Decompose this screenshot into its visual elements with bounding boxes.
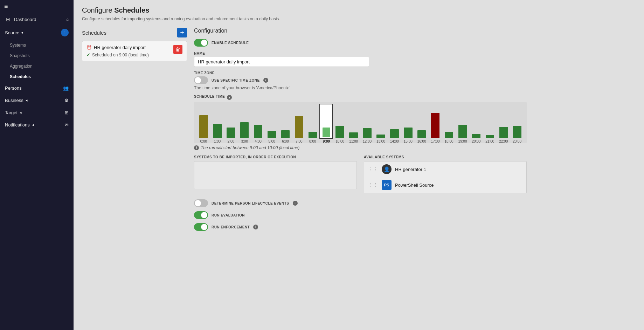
business-section-left: Business ◂ [5, 98, 28, 103]
schedule-item-subtitle: ✔ Scheduled on 9:00 (local time) [86, 52, 149, 57]
system-name-text: PowerShell Source [395, 183, 434, 188]
bar [404, 128, 412, 138]
bar-col-1600[interactable]: 16:00 [415, 104, 429, 143]
bar-wrapper [442, 104, 456, 139]
toggle-knob-enforce [201, 224, 207, 230]
bar-col-900[interactable]: 9:00 [319, 104, 333, 143]
bar-col-300[interactable]: 3:00 [238, 104, 251, 143]
bar-wrapper [306, 104, 319, 139]
enforcement-toggle[interactable] [194, 223, 208, 231]
sidebar-item-aggregation[interactable]: Aggregation [0, 61, 74, 71]
bar-col-2300[interactable]: 23:00 [510, 104, 524, 143]
config-panel: Configuration ENABLE SCHEDULE NAME TIME … [194, 28, 636, 231]
sidebar-item-schedules[interactable]: Schedules [0, 71, 74, 82]
evaluation-toggle[interactable] [194, 211, 208, 219]
sidebar-section-target[interactable]: Target ◂ ⊞ [0, 106, 74, 119]
evaluation-toggle-row: RUN EVALUATION [194, 211, 636, 219]
bar-col-400[interactable]: 4:00 [251, 104, 265, 143]
bar-col-2100[interactable]: 21:00 [483, 104, 497, 143]
schedules-label: Schedules [10, 74, 31, 79]
bar [363, 128, 371, 138]
enforcement-info-icon[interactable]: i [253, 225, 258, 229]
systems-to-import-box: SYSTEMS TO BE IMPORTED, IN ORDER OF EXEC… [194, 155, 357, 193]
bar-tick-label: 7:00 [296, 139, 302, 143]
schedule-time-info-icon[interactable]: i [227, 95, 232, 100]
name-input[interactable] [194, 57, 369, 67]
business-label: Business [5, 98, 23, 103]
sidebar-section-source[interactable]: Source ▾ ↑ [0, 25, 74, 40]
dashboard-arrow-icon: ⌂ [66, 17, 69, 21]
bar-tick-label: 23:00 [513, 139, 521, 143]
bar-col-1500[interactable]: 15:00 [401, 104, 415, 143]
bar-wrapper [238, 104, 251, 139]
schedule-time-chart: 0:001:002:003:004:005:006:007:008:009:00… [194, 102, 527, 143]
enable-schedule-label: ENABLE SCHEDULE [212, 41, 249, 45]
add-schedule-button[interactable]: + [177, 28, 187, 37]
lifecycle-toggle[interactable] [194, 199, 208, 207]
schedule-item[interactable]: ⏰ HR generator daily import ✔ Scheduled … [82, 41, 187, 61]
bar-col-000[interactable]: 0:00 [197, 104, 210, 143]
sidebar-section-persons[interactable]: Persons 👥 [0, 82, 74, 94]
bar-tick-label: 8:00 [309, 139, 316, 143]
sidebar-item-snapshots[interactable]: Snapshots [0, 50, 74, 61]
sidebar-dashboard-label: Dashboard [14, 17, 36, 22]
bar-col-200[interactable]: 2:00 [224, 104, 238, 143]
chart-info-icon: i [194, 145, 199, 150]
bar-col-1100[interactable]: 11:00 [347, 104, 360, 143]
bar-wrapper [429, 104, 442, 139]
person-icon: 👤 [382, 164, 392, 174]
available-system-item[interactable]: ⋮⋮👤HR generator 1 [364, 161, 526, 177]
lifecycle-info-icon[interactable]: i [293, 201, 298, 206]
bar [335, 126, 344, 138]
bar-col-2000[interactable]: 20:00 [469, 104, 483, 143]
bar-wrapper [360, 104, 374, 139]
bar [268, 131, 276, 138]
schedule-subtitle-text: Scheduled on 9:00 (local time) [92, 53, 149, 57]
enable-schedule-row: ENABLE SCHEDULE [194, 39, 636, 47]
bar [472, 134, 480, 138]
bar-col-2200[interactable]: 22:00 [497, 104, 510, 143]
clock-icon: ⏰ [86, 45, 92, 50]
bar-col-1900[interactable]: 19:00 [456, 104, 470, 143]
bar [458, 125, 467, 138]
bar-tick-label: 2:00 [228, 139, 234, 143]
bar-col-500[interactable]: 5:00 [265, 104, 279, 143]
systems-row: SYSTEMS TO BE IMPORTED, IN ORDER OF EXEC… [194, 155, 527, 193]
business-chevron-icon: ◂ [26, 98, 28, 103]
systems-import-list[interactable] [194, 161, 357, 189]
bar-wrapper [347, 104, 360, 139]
bar-tick-label: 20:00 [472, 139, 480, 143]
bar [281, 130, 290, 138]
delete-schedule-button[interactable]: 🗑 [173, 45, 182, 54]
bar-wrapper [333, 104, 347, 139]
sidebar-item-dashboard[interactable]: ⊞ Dashboard ⌂ [0, 13, 74, 25]
bar-col-600[interactable]: 6:00 [279, 104, 292, 143]
bar-wrapper [388, 104, 401, 139]
sidebar-section-notifications[interactable]: Notifications ◂ ✉ [0, 119, 74, 131]
notifications-chevron-icon: ◂ [32, 123, 34, 127]
systems-import-label: SYSTEMS TO BE IMPORTED, IN ORDER OF EXEC… [194, 155, 357, 159]
sidebar-section-business[interactable]: Business ◂ ⚙ [0, 94, 74, 106]
bar-col-100[interactable]: 1:00 [210, 104, 224, 143]
name-field-group: NAME [194, 51, 636, 67]
tz-info-icon[interactable]: i [263, 78, 268, 83]
bar-col-1400[interactable]: 14:00 [388, 104, 401, 143]
title-bold: Schedules [114, 6, 149, 14]
bar [417, 130, 426, 138]
bar-col-800[interactable]: 8:00 [306, 104, 319, 143]
bar-col-1200[interactable]: 12:00 [360, 104, 374, 143]
bar-col-700[interactable]: 7:00 [292, 104, 306, 143]
bar-wrapper [279, 104, 292, 139]
timezone-toggle[interactable] [194, 76, 208, 84]
bar [513, 126, 521, 138]
bar-col-1800[interactable]: 18:00 [442, 104, 456, 143]
toggle-knob-tz [195, 77, 201, 83]
bar-col-1000[interactable]: 10:00 [333, 104, 347, 143]
schedule-item-left: ⏰ HR generator daily import ✔ Scheduled … [86, 45, 149, 57]
available-system-item[interactable]: ⋮⋮PSPowerShell Source [364, 177, 526, 193]
bar-col-1300[interactable]: 13:00 [374, 104, 388, 143]
sidebar-item-systems[interactable]: Systems [0, 40, 74, 50]
schedule-title-text: HR generator daily import [94, 45, 146, 50]
bar-col-1700[interactable]: 17:00 [429, 104, 442, 143]
enable-schedule-toggle[interactable] [194, 39, 208, 47]
